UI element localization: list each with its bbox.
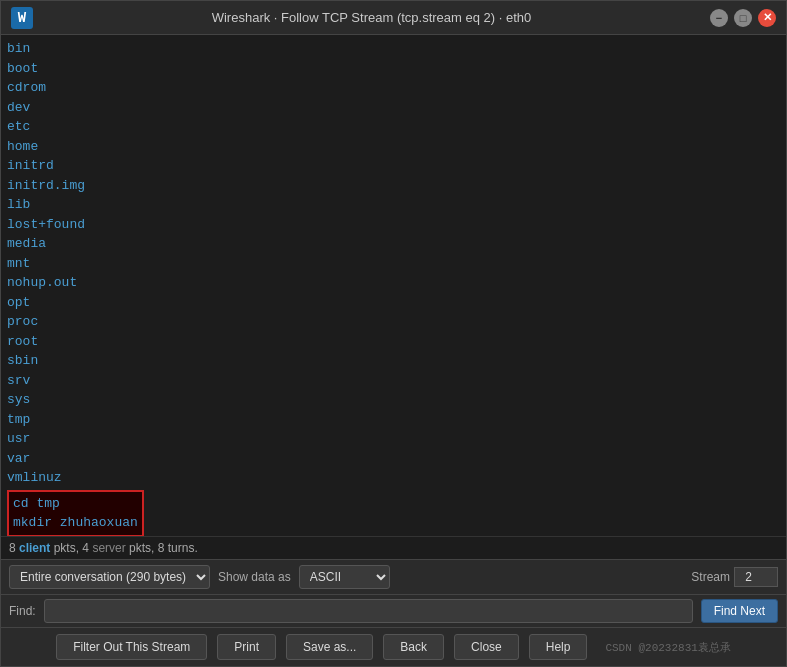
stream-number-input[interactable] <box>734 567 778 587</box>
list-item: root <box>7 332 780 352</box>
toolbar-row: Entire conversation (290 bytes) Client t… <box>1 559 786 594</box>
list-item: lib <box>7 195 780 215</box>
close-window-button[interactable]: ✕ <box>758 9 776 27</box>
list-item: boot <box>7 59 780 79</box>
stream-label: Stream <box>691 570 730 584</box>
list-item: mnt <box>7 254 780 274</box>
find-label: Find: <box>9 604 36 618</box>
watermark: CSDN @20232831袁总承 <box>605 640 730 655</box>
help-button[interactable]: Help <box>529 634 588 660</box>
show-data-label: Show data as <box>218 570 291 584</box>
list-item: lost+found <box>7 215 780 235</box>
list-item: sbin <box>7 351 780 371</box>
list-item: etc <box>7 117 780 137</box>
conversation-dropdown[interactable]: Entire conversation (290 bytes) Client t… <box>9 565 210 589</box>
app-logo: W <box>11 7 33 29</box>
status-prefix: 8 <box>9 541 19 555</box>
list-item: media <box>7 234 780 254</box>
list-item: proc <box>7 312 780 332</box>
window-title: Wireshark · Follow TCP Stream (tcp.strea… <box>33 10 710 25</box>
list-item: tmp <box>7 410 780 430</box>
window-controls: − □ ✕ <box>710 9 776 27</box>
status-middle: pkts, 4 <box>50 541 92 555</box>
status-bar: 8 client pkts, 4 server pkts, 8 turns. <box>1 536 786 559</box>
list-item: opt <box>7 293 780 313</box>
list-item: srv <box>7 371 780 391</box>
list-item: dev <box>7 98 780 118</box>
command-line-cd: cd tmp <box>13 494 138 514</box>
data-format-dropdown[interactable]: ASCII Hex Dump C Arrays Raw UTF-8 YAML <box>299 565 390 589</box>
close-button[interactable]: Close <box>454 634 519 660</box>
list-item: bin <box>7 39 780 59</box>
titlebar: W Wireshark · Follow TCP Stream (tcp.str… <box>1 1 786 35</box>
find-row: Find: Find Next <box>1 594 786 627</box>
list-item: initrd <box>7 156 780 176</box>
maximize-button[interactable]: □ <box>734 9 752 27</box>
list-item: usr <box>7 429 780 449</box>
find-next-button[interactable]: Find Next <box>701 599 778 623</box>
stream-content-area[interactable]: bin boot cdrom dev etc home initrd initr… <box>1 35 786 536</box>
highlighted-commands-block: cd tmp mkdir zhuhaoxuan <box>7 490 144 537</box>
command-line-mkdir: mkdir zhuhaoxuan <box>13 513 138 533</box>
list-item: initrd.img <box>7 176 780 196</box>
stream-lines: bin boot cdrom dev etc home initrd initr… <box>7 39 780 488</box>
list-item: nohup.out <box>7 273 780 293</box>
action-buttons-row: Filter Out This Stream Print Save as... … <box>1 627 786 666</box>
back-button[interactable]: Back <box>383 634 444 660</box>
main-window: W Wireshark · Follow TCP Stream (tcp.str… <box>0 0 787 667</box>
stream-spinner: Stream <box>691 567 778 587</box>
list-item: vmlinuz <box>7 468 780 488</box>
save-as-button[interactable]: Save as... <box>286 634 373 660</box>
list-item: var <box>7 449 780 469</box>
server-badge: server <box>92 541 125 555</box>
list-item: cdrom <box>7 78 780 98</box>
filter-out-button[interactable]: Filter Out This Stream <box>56 634 207 660</box>
minimize-button[interactable]: − <box>710 9 728 27</box>
client-badge: client <box>19 541 50 555</box>
find-input[interactable] <box>44 599 693 623</box>
list-item: sys <box>7 390 780 410</box>
print-button[interactable]: Print <box>217 634 276 660</box>
list-item: home <box>7 137 780 157</box>
status-suffix: pkts, 8 turns. <box>126 541 198 555</box>
